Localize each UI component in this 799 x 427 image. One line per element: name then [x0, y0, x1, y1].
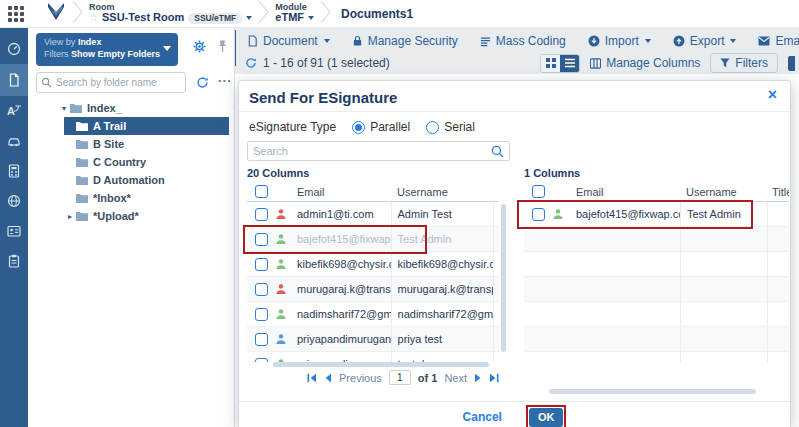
user-search-input[interactable] [253, 145, 491, 157]
toolbar-email[interactable]: Email [758, 34, 799, 48]
table-row[interactable]: kibefik698@chysir.com kibefik698@chysir.… [247, 252, 499, 277]
toolbar-document[interactable]: Document [247, 34, 330, 48]
table-row[interactable]: murugaraj.k@transperfec... murugaraj.k@t… [247, 277, 499, 302]
table-row[interactable]: admin1@ti.com Admin Test [247, 202, 499, 227]
search-icon [491, 145, 504, 158]
radio-parallel[interactable]: Parallel [352, 120, 410, 134]
list-toolbar: 1 - 16 of 91 (1 selected) Manage Columns… [245, 53, 795, 73]
pin-icon[interactable] [216, 39, 229, 58]
tree-item-upload[interactable]: ▸ *Upload* [28, 207, 233, 225]
horizontal-scrollbar[interactable] [273, 362, 489, 367]
next-page-icon[interactable] [474, 373, 482, 383]
sidebar-item-calculator[interactable] [0, 156, 28, 186]
page-count-label: of 1 [418, 372, 438, 384]
empty-row [524, 252, 789, 277]
row-checkbox[interactable] [255, 308, 268, 321]
caret-down-icon[interactable]: ▾ [58, 104, 70, 113]
first-page-icon[interactable] [307, 373, 317, 383]
tree-item-inbox[interactable]: *Inbox* [28, 189, 233, 207]
gear-icon[interactable] [192, 39, 207, 58]
table-row[interactable]: bajefot415@fixwap.com Test Admin [247, 227, 499, 252]
sidebar: A [0, 28, 28, 427]
table-row[interactable]: nadimsharif72@gmail.com nadimsharif72@gm… [247, 302, 499, 327]
radio-unselected-icon [426, 121, 439, 134]
tree-item-index[interactable]: ▾ Index_ [28, 99, 233, 117]
toolbar-manage-security[interactable]: Manage Security [352, 34, 458, 48]
caret-right-icon[interactable]: ▸ [64, 212, 76, 221]
email-icon [758, 36, 770, 46]
table-row[interactable]: priyapandimurugan17@g... test demo [247, 352, 499, 362]
star-icon[interactable]: ☆ [89, 13, 98, 24]
tree-item-label: C Country [93, 156, 146, 168]
audit-icon [6, 253, 22, 269]
select-all-checkbox[interactable] [255, 185, 268, 198]
toolbar-export[interactable]: Export [673, 34, 737, 48]
select-all-checkbox[interactable] [532, 185, 545, 198]
row-checkbox[interactable] [255, 208, 268, 221]
chevron-down-icon[interactable] [246, 16, 252, 20]
sidebar-item-translate[interactable]: A [0, 96, 28, 126]
clipped-toolbar-icon[interactable] [788, 56, 795, 71]
previous-page-icon[interactable] [324, 373, 332, 383]
sidebar-item-automation[interactable] [0, 126, 28, 156]
dashboard-icon [6, 41, 22, 57]
column-email[interactable]: Email [293, 182, 391, 201]
filters-button[interactable]: Filters [710, 53, 778, 73]
column-title[interactable]: Title [494, 182, 499, 201]
breadcrumb-room[interactable]: Room ☆ SSU-Test Room SSU/eTMF [89, 3, 252, 24]
column-title[interactable]: Title [767, 182, 789, 201]
ok-button[interactable]: OK [529, 408, 564, 427]
tree-item-a-trail[interactable]: A Trail [64, 117, 229, 135]
calculator-icon [6, 163, 22, 179]
more-options-icon[interactable]: ... [218, 70, 232, 85]
cancel-button[interactable]: Cancel [463, 410, 502, 424]
radio-serial[interactable]: Serial [426, 120, 475, 134]
toolbar-import[interactable]: Import [588, 34, 651, 48]
row-checkbox[interactable] [255, 358, 268, 363]
row-checkbox[interactable] [532, 208, 545, 221]
sidebar-item-documents[interactable] [0, 64, 28, 96]
tree-item-b-site[interactable]: B Site [28, 135, 233, 153]
empty-row [524, 227, 789, 252]
row-checkbox[interactable] [255, 233, 268, 246]
tree-item-d-automation[interactable]: D Automation [28, 171, 233, 189]
horizontal-scrollbar[interactable] [549, 389, 756, 394]
filters-label: Filters [44, 49, 69, 59]
column-email[interactable]: Email [570, 182, 680, 201]
last-page-icon[interactable] [489, 373, 499, 383]
sidebar-item-globe[interactable] [0, 186, 28, 216]
toolbar-mass-coding[interactable]: Mass Coding [480, 34, 566, 48]
grid-view-icon[interactable] [541, 55, 560, 72]
sidebar-item-audit[interactable] [0, 246, 28, 276]
manage-columns-button[interactable]: Manage Columns [590, 56, 700, 70]
sidebar-item-contacts[interactable] [0, 216, 28, 246]
close-icon[interactable]: × [768, 86, 777, 104]
page-input[interactable] [389, 370, 411, 385]
previous-label[interactable]: Previous [339, 372, 382, 384]
breadcrumb-separator [258, 0, 269, 28]
annotation-box: OK [526, 405, 567, 427]
refresh-icon[interactable] [245, 57, 257, 69]
view-by-selector[interactable]: View by Index Filters Show Empty Folders [36, 33, 178, 66]
tree-item-c-country[interactable]: C Country [28, 153, 233, 171]
chevron-down-icon[interactable] [308, 16, 314, 20]
app-launcher-icon[interactable] [8, 6, 24, 22]
vertical-scrollbar[interactable] [501, 204, 506, 352]
refresh-icon[interactable] [196, 75, 209, 93]
list-view-icon[interactable] [560, 55, 579, 72]
row-checkbox[interactable] [255, 333, 268, 346]
sidebar-item-dashboard[interactable] [0, 34, 28, 64]
row-checkbox[interactable] [255, 258, 268, 271]
folder-icon [76, 211, 88, 221]
tree-item-label: A Trail [93, 120, 126, 132]
next-label[interactable]: Next [444, 372, 467, 384]
table-row[interactable]: priyapandimurugan@gm... priya test [247, 327, 499, 352]
column-username[interactable]: Username [391, 182, 494, 201]
folder-icon [76, 139, 88, 149]
empty-row [524, 352, 789, 362]
folder-search-input[interactable] [56, 77, 181, 88]
breadcrumb-module[interactable]: Module eTMF [275, 3, 314, 24]
row-checkbox[interactable] [255, 283, 268, 296]
table-row[interactable]: bajefot415@fixwap.com Test Admin [524, 202, 789, 227]
column-username[interactable]: Username [680, 182, 767, 201]
